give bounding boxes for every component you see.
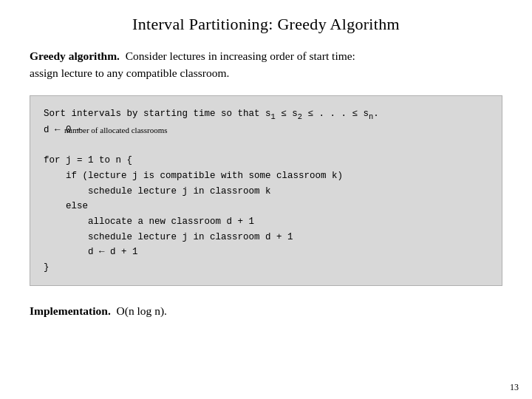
greedy-algorithm-label: Greedy algorithm. <box>30 50 120 62</box>
code-line-schedule2: schedule lecture j in classroom d + 1 <box>44 230 488 245</box>
intro-line2: assign lecture to any compatible classro… <box>30 66 229 79</box>
code-line-d: d ← 0 ← number of allocated classrooms <box>44 123 488 138</box>
slide-title: Interval Partitioning: Greedy Algorithm <box>30 15 502 34</box>
code-line-for: for j = 1 to n { <box>44 153 488 168</box>
intro-paragraph: Greedy algorithm. Consider lectures in i… <box>30 47 502 82</box>
implementation-complexity: O(n log n). <box>117 304 167 317</box>
code-line-d-update: d ← d + 1 <box>44 245 488 260</box>
code-line-allocate: allocate a new classroom d + 1 <box>44 214 488 230</box>
intro-line1: Greedy algorithm. Consider lectures in i… <box>30 50 355 62</box>
code-line-else: else <box>44 199 488 214</box>
page-number: 13 <box>510 382 519 393</box>
algorithm-code-box: Sort intervals by starting time so that … <box>30 95 502 287</box>
code-line-blank <box>44 138 488 154</box>
slide-container: Interval Partitioning: Greedy Algorithm … <box>0 0 532 399</box>
code-line-sort: Sort intervals by starting time so that … <box>44 106 488 123</box>
code-line-close-brace: } <box>44 260 488 276</box>
implementation-label: Implementation. <box>30 304 111 317</box>
annotation-number-of-classrooms: number of allocated classrooms <box>64 123 168 137</box>
implementation-paragraph: Implementation. O(n log n). <box>30 302 502 319</box>
code-line-schedule1: schedule lecture j in classroom k <box>44 184 488 200</box>
code-line-if: if (lecture j is compatible with some cl… <box>44 168 488 184</box>
